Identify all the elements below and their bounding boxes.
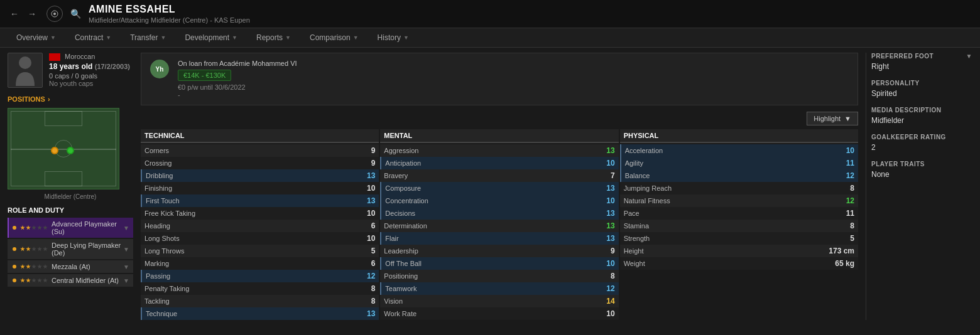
player-youth-caps: No youth caps — [49, 80, 133, 87]
attr-long-throws: Long Throws5 — [141, 245, 379, 257]
technical-header: TECHNICAL — [141, 129, 379, 143]
goalkeeper-value: 2 — [871, 143, 972, 152]
player-name: AMINE ESSAHEL — [89, 4, 972, 15]
preferred-foot-value: Right — [871, 62, 972, 71]
attr-dribbling: Dribbling13 — [141, 169, 379, 182]
role-item-2[interactable]: Mezzala (At) ▼ — [8, 260, 133, 273]
attributes-section: TECHNICAL Corners9 Crossing9 Dribbling13… — [141, 129, 858, 320]
club-badge: Yh — [150, 60, 169, 78]
attr-balance: Balance12 — [620, 169, 858, 182]
attr-composure: Composure13 — [380, 182, 618, 194]
attr-first-touch: First Touch13 — [141, 194, 379, 207]
role-item-1[interactable]: Deep Lying Playmaker (De) ▼ — [8, 239, 133, 259]
tab-overview[interactable]: Overview▼ — [8, 28, 65, 47]
physical-header: PHYSICAL — [620, 129, 858, 143]
pitch-penalty-top — [45, 111, 82, 126]
role-item-3[interactable]: Central Midfielder (At) ▼ — [8, 274, 133, 287]
goalkeeper-label: GOALKEEPER RATING — [871, 134, 972, 141]
preferred-foot-expand[interactable]: ▼ — [966, 53, 972, 60]
nav-tabs: Overview▼ Contract▼ Transfer▼ Developmen… — [0, 28, 980, 48]
search-button[interactable]: 🔍 — [70, 9, 81, 19]
physical-column: PHYSICAL Acceleration10 Agility11 Balanc… — [620, 129, 858, 320]
mental-header: MENTAL — [380, 129, 618, 143]
traits-section: PLAYER TRAITS None — [871, 161, 972, 179]
tab-development[interactable]: Development▼ — [176, 28, 246, 47]
attr-anticipation: Anticipation10 — [380, 157, 618, 169]
center-panel: Yh On loan from Académie Mohammed VI €14… — [141, 53, 858, 320]
role-dot-3 — [13, 279, 16, 282]
avatar — [8, 53, 43, 88]
attr-crossing: Crossing9 — [141, 157, 379, 169]
flag-icon — [49, 53, 60, 61]
preferred-foot-label: PREFERRED FOOT ▼ — [871, 53, 972, 60]
mental-column: MENTAL Aggression13 Anticipation10 Brave… — [380, 129, 618, 320]
role-stars-3 — [20, 278, 48, 283]
attr-passing: Passing12 — [141, 270, 379, 282]
attr-work-rate: Work Rate10 — [380, 307, 618, 320]
attr-long-shots: Long Shots10 — [141, 232, 379, 245]
positions-header[interactable]: POSITIONS › — [8, 95, 133, 103]
top-bar: ← → 🔍 AMINE ESSAHEL Midfielder/Attacking… — [0, 0, 980, 28]
attr-decisions: Decisions13 — [380, 207, 618, 220]
attr-tackling: Tackling8 — [141, 295, 379, 307]
role-label-2: Mezzala (At) — [52, 263, 123, 270]
media-value: Midfielder — [871, 116, 972, 125]
goalkeeper-section: GOALKEEPER RATING 2 — [871, 134, 972, 152]
attr-marking: Marking6 — [141, 257, 379, 270]
highlight-button[interactable]: Highlight ▼ — [807, 112, 858, 125]
nationality-row: Moroccan — [49, 53, 133, 61]
attr-acceleration: Acceleration10 — [620, 144, 858, 157]
player-caps: 0 caps / 0 goals — [49, 72, 133, 80]
club-info: Yh On loan from Académie Mohammed VI €14… — [141, 53, 858, 105]
role-stars-0 — [20, 225, 48, 230]
attr-concentration: Concentration10 — [380, 194, 618, 207]
wage-text: €0 p/w until 30/6/2022 — [178, 83, 849, 91]
attr-aggression: Aggression13 — [380, 144, 618, 157]
right-panel: PREFERRED FOOT ▼ Right PERSONALITY Spiri… — [866, 53, 972, 320]
preferred-foot-section: PREFERRED FOOT ▼ Right — [871, 53, 972, 71]
forward-button[interactable]: → — [25, 8, 39, 20]
pitch-penalty-bottom — [45, 171, 82, 186]
personality-label: PERSONALITY — [871, 80, 972, 87]
attr-strength: Strength5 — [620, 232, 858, 245]
player-subtitle: Midfielder/Attacking Midfielder (Centre)… — [89, 16, 972, 24]
main-content: Moroccan 18 years old (17/2/2003) 0 caps… — [0, 48, 980, 325]
attr-leadership: Leadership9 — [380, 245, 618, 257]
position-dot-secondary — [67, 147, 74, 154]
attr-finishing: Finishing10 — [141, 182, 379, 194]
attr-off-the-ball: Off The Ball10 — [380, 257, 618, 270]
role-label-1: Deep Lying Playmaker (De) — [52, 242, 123, 257]
left-panel: Moroccan 18 years old (17/2/2003) 0 caps… — [8, 53, 133, 320]
tab-transfer[interactable]: Transfer▼ — [121, 28, 175, 47]
svg-point-1 — [53, 13, 56, 15]
role-stars-2 — [20, 264, 48, 269]
player-title: AMINE ESSAHEL Midfielder/Attacking Midfi… — [89, 4, 972, 24]
attr-weight: Weight65 kg — [620, 257, 858, 270]
tab-comparison[interactable]: Comparison▼ — [301, 28, 368, 47]
attr-agility: Agility11 — [620, 157, 858, 169]
svg-point-2 — [19, 56, 31, 69]
position-dot-primary — [51, 147, 58, 154]
role-label-0: Advanced Playmaker (Su) — [52, 220, 123, 235]
position-label: Midfielder (Centre) — [8, 193, 133, 200]
traits-value: None — [871, 170, 972, 179]
player-age: 18 years old (17/2/2003) — [49, 62, 133, 71]
role-item-0[interactable]: Advanced Playmaker (Su) ▼ — [8, 218, 133, 238]
technical-column: TECHNICAL Corners9 Crossing9 Dribbling13… — [141, 129, 379, 320]
role-dot-2 — [13, 265, 16, 269]
club-extra: - — [178, 91, 849, 98]
media-label: MEDIA DESCRIPTION — [871, 107, 972, 114]
media-section: MEDIA DESCRIPTION Midfielder — [871, 107, 972, 125]
traits-label: PLAYER TRAITS — [871, 161, 972, 168]
attr-free-kick: Free Kick Taking10 — [141, 207, 379, 220]
attr-stamina: Stamina8 — [620, 220, 858, 232]
back-button[interactable]: ← — [8, 8, 21, 20]
highlight-area: Highlight ▼ — [141, 112, 858, 125]
loan-text: On loan from Académie Mohammed VI — [178, 60, 849, 67]
tab-reports[interactable]: Reports▼ — [248, 28, 300, 47]
home-button[interactable] — [46, 6, 63, 22]
value-badge: €14K - €130K — [178, 70, 231, 81]
tab-contract[interactable]: Contract▼ — [66, 28, 120, 47]
tab-history[interactable]: History▼ — [369, 28, 418, 47]
attr-penalty: Penalty Taking8 — [141, 282, 379, 295]
